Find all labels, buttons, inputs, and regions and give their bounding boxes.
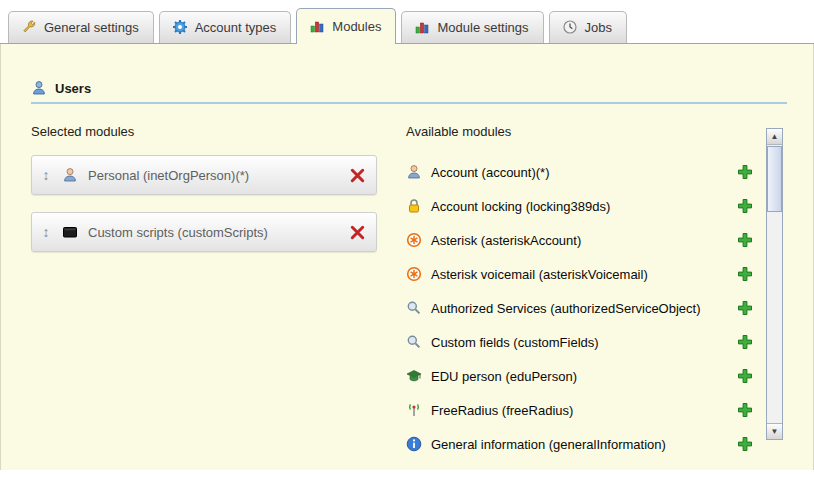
scroll-up-button[interactable]: ▲: [767, 129, 782, 145]
available-module-label: Custom fields (customFields): [431, 335, 599, 350]
tab-label: Jobs: [585, 20, 612, 35]
selected-module-label: Personal (inetOrgPerson)(*): [88, 168, 339, 183]
tab-label: Modules: [332, 19, 381, 34]
tab-label: General settings: [44, 20, 139, 35]
wrench-icon: [21, 19, 37, 35]
add-module-button[interactable]: [737, 198, 753, 214]
scroll-down-button[interactable]: ▼: [767, 423, 782, 439]
users-section-header: Users: [31, 80, 787, 104]
available-module-label: Authorized Services (authorizedServiceOb…: [431, 301, 701, 316]
available-modules-panel: Available modules Account (account)(*) A…: [406, 120, 813, 461]
add-module-button[interactable]: [737, 266, 753, 282]
clock-icon: [562, 19, 578, 35]
add-module-button[interactable]: [737, 232, 753, 248]
graduation-icon: [406, 368, 422, 384]
available-modules-heading: Available modules: [406, 124, 753, 139]
selected-modules-panel: Selected modules ↕ Personal (inetOrgPers…: [31, 120, 406, 461]
available-module-label: EDU person (eduPerson): [431, 369, 577, 384]
available-module-row: Account (account)(*): [406, 155, 753, 189]
module-columns: Selected modules ↕ Personal (inetOrgPers…: [31, 120, 813, 461]
available-module-label: Asterisk (asteriskAccount): [431, 233, 581, 248]
available-module-row: General information (generalInformation): [406, 427, 753, 461]
selected-module-label: Custom scripts (customScripts): [88, 225, 339, 240]
remove-module-button[interactable]: [349, 167, 366, 184]
script-icon: [62, 224, 78, 240]
tab-general-settings[interactable]: General settings: [8, 11, 154, 43]
asterisk-icon: [406, 232, 422, 248]
available-module-row: FreeRadius (freeRadius): [406, 393, 753, 427]
add-module-button[interactable]: [737, 368, 753, 384]
available-module-label: Account locking (locking389ds): [431, 199, 610, 214]
add-module-button[interactable]: [737, 436, 753, 452]
available-module-label: Asterisk voicemail (asteriskVoicemail): [431, 267, 648, 282]
tab-account-types[interactable]: Account types: [159, 11, 292, 43]
selected-module-row[interactable]: ↕ Custom scripts (customScripts): [31, 212, 377, 252]
drag-handle-icon[interactable]: ↕: [40, 224, 52, 240]
tab-jobs[interactable]: Jobs: [549, 11, 627, 43]
gear-icon: [172, 19, 188, 35]
section-title: Users: [55, 81, 91, 96]
tab-label: Account types: [195, 20, 277, 35]
tab-bar: General settings Account types Modules M…: [0, 0, 814, 44]
modules-icon: [309, 18, 325, 34]
available-module-row: Authorized Services (authorizedServiceOb…: [406, 291, 753, 325]
lam-configuration-page: General settings Account types Modules M…: [0, 0, 814, 478]
search-icon: [406, 334, 422, 350]
available-module-row: Asterisk voicemail (asteriskVoicemail): [406, 257, 753, 291]
add-module-button[interactable]: [737, 300, 753, 316]
drag-handle-icon[interactable]: ↕: [40, 167, 52, 183]
add-module-button[interactable]: [737, 334, 753, 350]
antenna-icon: [406, 402, 422, 418]
modules-tab-content: Users Selected modules ↕ Personal (inetO…: [0, 44, 814, 470]
asterisk-icon: [406, 266, 422, 282]
tab-modules[interactable]: Modules: [296, 8, 396, 44]
add-module-button[interactable]: [737, 402, 753, 418]
available-modules-scrollbar[interactable]: ▲ ▼: [766, 128, 783, 440]
available-module-label: Account (account)(*): [431, 165, 550, 180]
available-module-label: General information (generalInformation): [431, 437, 666, 452]
available-module-label: FreeRadius (freeRadius): [431, 403, 573, 418]
selected-modules-heading: Selected modules: [31, 124, 406, 139]
user-icon: [31, 80, 47, 96]
available-module-row: EDU person (eduPerson): [406, 359, 753, 393]
module-settings-icon: [414, 19, 430, 35]
remove-module-button[interactable]: [349, 224, 366, 241]
tab-label: Module settings: [437, 20, 528, 35]
tab-module-settings[interactable]: Module settings: [401, 11, 543, 43]
info-icon: [406, 436, 422, 452]
person-icon: [62, 167, 78, 183]
person-icon: [406, 164, 422, 180]
available-module-row: Asterisk (asteriskAccount): [406, 223, 753, 257]
search-icon: [406, 300, 422, 316]
available-module-row: Custom fields (customFields): [406, 325, 753, 359]
scrollbar-thumb[interactable]: [767, 146, 782, 212]
add-module-button[interactable]: [737, 164, 753, 180]
selected-module-row[interactable]: ↕ Personal (inetOrgPerson)(*): [31, 155, 377, 195]
available-module-row: Account locking (locking389ds): [406, 189, 753, 223]
lock-icon: [406, 198, 422, 214]
